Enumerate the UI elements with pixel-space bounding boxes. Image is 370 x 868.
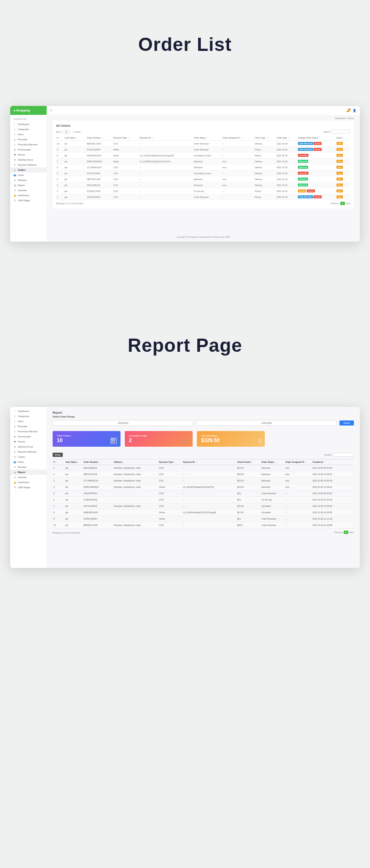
view-button[interactable]: View [336, 195, 343, 198]
col-header[interactable]: Payment Type ⇅ [158, 459, 182, 465]
view-button[interactable]: View [336, 154, 343, 157]
page-size-select[interactable]: 10 [63, 130, 70, 134]
sidebar-item[interactable]: 🔔Notification [10, 193, 47, 198]
sidebar-item[interactable]: 📊Report [10, 183, 47, 188]
col-header[interactable]: User Name ⇅ [64, 459, 83, 465]
date-from-input[interactable] [53, 420, 193, 426]
stat-card: Total Earnings$329.50$ [197, 431, 265, 447]
sidebar-item[interactable]: 👥Users [10, 459, 47, 465]
status-change-button[interactable]: Order Received [298, 195, 313, 198]
sidebar-item[interactable]: ≡Categories [10, 127, 47, 132]
col-header[interactable]: Action ⇅ [336, 135, 350, 141]
view-button[interactable]: View [336, 160, 343, 163]
sidebar-item[interactable]: ◎Pincodes [10, 137, 47, 142]
sidebar-item[interactable]: +Items [10, 132, 47, 137]
view-button[interactable]: View [336, 178, 343, 181]
sidebar-item[interactable]: ✉Inquiries [10, 475, 47, 480]
status-change-button[interactable]: Cancel [314, 195, 322, 198]
sidebar-item[interactable]: $Payment Methods [10, 449, 47, 454]
status-change-button[interactable]: Cancel [307, 189, 315, 192]
sidebar-item[interactable]: ★Reviews [10, 178, 47, 183]
view-button[interactable]: View [336, 142, 343, 145]
col-header[interactable]: Order Status ⇅ [261, 459, 285, 465]
status-change-button[interactable]: Cancel [314, 142, 322, 145]
next-button[interactable]: Next [350, 531, 354, 534]
col-header[interactable]: Order Number ⇅ [83, 459, 113, 465]
sidebar-item[interactable]: ◆Promocodes [10, 147, 47, 152]
sidebar-item[interactable]: ⛟Drivers [10, 152, 47, 157]
page-1-button[interactable]: 1 [340, 202, 345, 205]
page-1-button[interactable]: 1 [344, 531, 348, 534]
sidebar-item[interactable]: $Payment Methods [10, 162, 47, 167]
sidebar-item[interactable]: ⛟Drivers [10, 439, 47, 444]
sidebar-item[interactable]: ◆Promocodes [10, 434, 47, 439]
sidebar-item[interactable]: ◔Working Hours [10, 444, 47, 449]
sidebar-item[interactable]: ≡Categories [10, 414, 47, 419]
col-header[interactable]: Order Assigned To ⇅ [221, 135, 254, 141]
date-to-input[interactable] [196, 420, 337, 426]
col-header[interactable]: User Name ⇅ [64, 135, 86, 141]
status-change-button[interactable]: Delivered [298, 166, 308, 169]
col-header[interactable]: Order Type ⇅ [254, 135, 276, 141]
sidebar-item[interactable]: ✉Inquiries [10, 188, 47, 193]
col-header[interactable]: Order date ⇅ [276, 135, 297, 141]
col-header[interactable]: Payment ID ⇅ [139, 135, 193, 141]
search-input[interactable] [333, 453, 354, 457]
prev-button[interactable]: Previous [331, 202, 339, 205]
col-header[interactable]: Address ⇅ [113, 459, 158, 465]
notification-bell-icon[interactable]: 🔔 [346, 109, 350, 112]
sidebar-item[interactable]: ⌂Dashboard [10, 122, 47, 127]
view-button[interactable]: View [336, 172, 343, 175]
sidebar-item[interactable]: 👥Users [10, 172, 47, 178]
status-change-button[interactable]: Delivered [298, 160, 308, 163]
col-header[interactable]: Change Order Status ⇅ [297, 135, 336, 141]
breadcrumb-dashboard[interactable]: Dashboard [335, 117, 345, 120]
col-header[interactable]: Total Amount ⇅ [236, 459, 261, 465]
status-change-button[interactable]: Cancelled [298, 172, 308, 175]
menu-toggle-icon[interactable]: ≡ [50, 108, 52, 112]
sidebar-item[interactable]: 🛒Orders [10, 167, 47, 172]
sidebar-item[interactable]: ▸Promotion Banners [10, 429, 47, 434]
sidebar-item[interactable]: 🛒Orders [10, 454, 47, 459]
sidebar-item[interactable]: ▸Promotion Banners [10, 142, 47, 147]
view-button[interactable]: View [336, 148, 343, 151]
nav-label: Working Hours [18, 445, 33, 448]
excel-button[interactable]: Excel [53, 453, 63, 457]
view-button[interactable]: View [336, 166, 343, 169]
next-button[interactable]: Next [346, 202, 350, 205]
sidebar-item[interactable]: 📊Report [10, 470, 47, 475]
view-button[interactable]: View [336, 189, 343, 192]
table-row: 6jekFLI829Q79GECOD--$21On the way--2021-… [53, 497, 354, 503]
col-header[interactable]: Created at ⇅ [312, 459, 354, 465]
status-change-button[interactable]: Pickup [298, 189, 306, 192]
status-change-button[interactable]: Delivered [298, 178, 308, 181]
sidebar-item[interactable]: ★Reviews [10, 465, 47, 470]
nav-icon: $ [14, 451, 16, 453]
col-header[interactable]: # ⇅ [56, 135, 64, 141]
search-input[interactable] [331, 130, 350, 134]
view-button[interactable]: View [336, 184, 343, 186]
sidebar-item[interactable]: ◔Working Hours [10, 157, 47, 162]
status-change-button[interactable]: Cancelled [298, 154, 308, 157]
prev-button[interactable]: Previous [334, 531, 342, 534]
nav-label: Items [18, 420, 23, 423]
user-avatar-icon[interactable]: 👤 [353, 109, 356, 112]
sidebar-item[interactable]: +Items [10, 419, 47, 424]
status-change-button[interactable]: Cancel [314, 148, 322, 151]
col-header[interactable]: Order Number ⇅ [86, 135, 112, 141]
col-header[interactable]: Payment ID ⇅ [182, 459, 236, 465]
col-header[interactable]: # ⇅ [53, 459, 64, 465]
table-row: 10jekBR8URLCSXDCOD--Order Received--Deli… [56, 141, 350, 147]
sidebar-item[interactable]: 🔔Notification [10, 480, 47, 485]
sidebar-item[interactable]: ◎Pincodes [10, 424, 47, 429]
col-header[interactable]: Order Status ⇅ [193, 135, 221, 141]
sidebar-item[interactable]: ☰CMS Pages› [10, 198, 47, 203]
sidebar-item[interactable]: ⌂Dashboard [10, 409, 47, 414]
col-header[interactable]: Order Assigned To ⇅ [285, 459, 312, 465]
status-change-button[interactable]: Order Received [298, 148, 313, 151]
col-header[interactable]: Payment Type ⇅ [112, 135, 139, 141]
status-change-button[interactable]: Delivered [298, 184, 308, 186]
status-change-button[interactable]: Order Received [298, 142, 313, 145]
submit-button[interactable]: Submit [339, 420, 354, 426]
sidebar-item[interactable]: ☰CMS Pages› [10, 485, 47, 490]
